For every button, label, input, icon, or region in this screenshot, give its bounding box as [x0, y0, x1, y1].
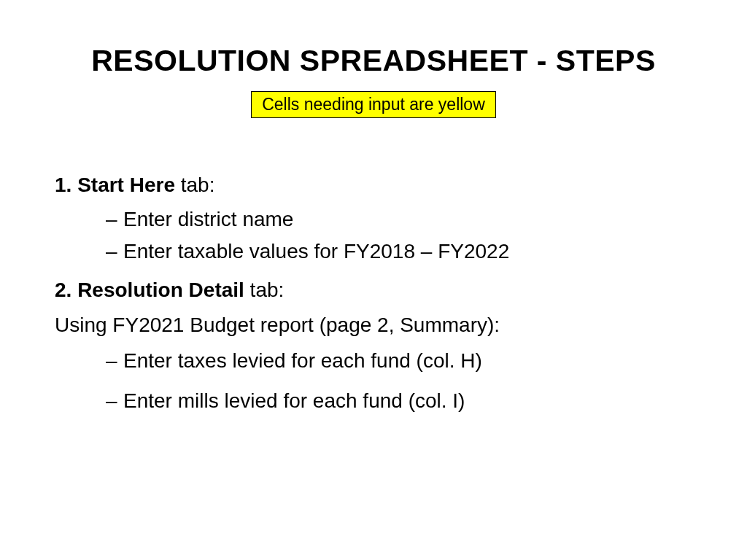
highlight-wrapper: Cells needing input are yellow	[55, 91, 692, 118]
list-item: Enter mills levied for each fund (col. I…	[106, 385, 692, 416]
step-1-title: Start Here	[77, 174, 175, 196]
step-2-suffix: tab:	[244, 279, 284, 301]
step-2-intro: Using FY2021 Budget report (page 2, Summ…	[55, 309, 692, 341]
list-item: Enter taxable values for FY2018 – FY2022	[106, 236, 692, 267]
step-2-title: Resolution Detail	[77, 279, 244, 301]
list-item: Enter taxes levied for each fund (col. H…	[106, 345, 692, 376]
slide-content: 1. Start Here tab: Enter district name E…	[55, 169, 692, 417]
step-1-suffix: tab:	[175, 174, 214, 196]
step-1-items: Enter district name Enter taxable values…	[55, 203, 692, 267]
slide-title: RESOLUTION SPREADSHEET - STEPS	[55, 44, 692, 78]
highlight-note: Cells needing input are yellow	[251, 91, 496, 118]
step-1-number: 1.	[55, 174, 71, 196]
list-item: Enter district name	[106, 203, 692, 235]
step-1-header: 1. Start Here tab:	[55, 169, 692, 201]
step-2-header: 2. Resolution Detail tab:	[55, 274, 692, 306]
step-2-number: 2.	[55, 279, 71, 301]
step-2-items: Enter taxes levied for each fund (col. H…	[55, 345, 692, 417]
